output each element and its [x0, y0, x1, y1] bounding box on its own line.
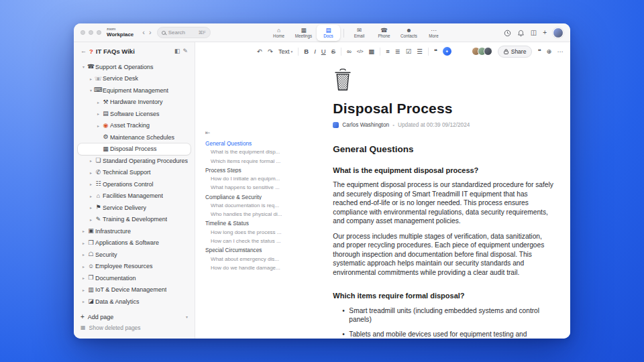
- insert-table-icon[interactable]: ▦: [368, 48, 374, 55]
- outline-item-how-do-we-handle-damage[interactable]: How do we handle damage...: [205, 265, 282, 271]
- bold-icon[interactable]: B: [304, 48, 309, 55]
- chevron-right-icon[interactable]: ▸: [80, 252, 87, 257]
- chevron-right-icon[interactable]: ▸: [80, 264, 87, 269]
- chevron-right-icon[interactable]: ▸: [88, 170, 94, 175]
- bulleted-list-icon[interactable]: ≡: [386, 48, 390, 55]
- chevron-down-icon[interactable]: ▾: [80, 64, 87, 69]
- share-button[interactable]: Share: [498, 46, 533, 58]
- outline-section-special-circumstances[interactable]: Special Circumstances: [205, 247, 282, 253]
- outline-section-process-steps[interactable]: Process Steps: [205, 168, 282, 173]
- sidebar-page-operations-control[interactable]: ▸☷Operations Control: [78, 178, 191, 190]
- tab-more[interactable]: ⋯More: [422, 25, 445, 41]
- back-button[interactable]: ‹: [142, 29, 145, 36]
- outline-item-how-do-i-initiate-an-equipm[interactable]: How do I initiate an equipm...: [205, 176, 282, 182]
- sidebar-page-documentation[interactable]: ▸❐Documentation: [78, 272, 191, 284]
- sidebar-page-standard-operating-procedures[interactable]: ▸❏Standard Operating Procedures: [78, 155, 191, 167]
- outline-section-timeline-status[interactable]: Timeline & Status: [205, 221, 282, 226]
- chevron-right-icon[interactable]: ▸: [95, 111, 101, 116]
- outline-item-what-is-the-equipment-disp[interactable]: What is the equipment disp...: [205, 149, 282, 155]
- sidebar-page-service-delivery[interactable]: ▸⚑Service Delivery: [78, 202, 191, 214]
- tab-email[interactable]: ✉Email: [347, 25, 371, 41]
- tab-home[interactable]: ⌂Home: [267, 25, 290, 41]
- collaborator-avatar[interactable]: [484, 47, 492, 56]
- sidebar-page-equipment-management[interactable]: ▾⌨Equipment Management: [78, 84, 191, 97]
- sidebar-page-employee-resources[interactable]: ▸☺Employee Resources: [78, 261, 191, 273]
- undo-icon[interactable]: ↶: [257, 48, 262, 55]
- chevron-right-icon[interactable]: ▸: [88, 217, 94, 222]
- collapse-sidebar-icon[interactable]: ◧: [174, 48, 180, 54]
- outline-item-what-about-emergency-dis[interactable]: What about emergency dis...: [205, 257, 282, 262]
- add-page-button[interactable]: + Add page ▾: [80, 311, 188, 322]
- sidebar-page-technical-support[interactable]: ▸✆Technical Support: [78, 167, 191, 179]
- sidebar-page-asset-tracking[interactable]: ▸◉Asset Tracking: [78, 120, 191, 132]
- back-arrow-icon[interactable]: ←: [80, 48, 87, 54]
- chevron-right-icon[interactable]: ▸: [95, 100, 101, 105]
- chevron-right-icon[interactable]: ▸: [80, 299, 87, 304]
- chevron-right-icon[interactable]: ▸: [88, 182, 94, 186]
- show-deleted-pages-button[interactable]: ▦ Show deleted pages: [80, 322, 188, 333]
- outline-section-general-questions[interactable]: General Questions: [205, 141, 282, 146]
- maximize-window-button[interactable]: [97, 30, 101, 35]
- italic-icon[interactable]: I: [314, 48, 316, 55]
- sidebar-page-data-analytics[interactable]: ▸◪Data & Analytics: [78, 296, 191, 308]
- plus-icon[interactable]: +: [543, 29, 547, 36]
- more-options-icon[interactable]: ⋯: [557, 48, 564, 55]
- sidebar-page-iot-device-management[interactable]: ▸▥IoT & Device Management: [78, 284, 191, 296]
- close-window-button[interactable]: [80, 30, 85, 35]
- outline-item-how-long-does-the-process[interactable]: How long does the process ...: [205, 230, 282, 235]
- bell-icon[interactable]: [517, 29, 525, 37]
- sidebar-page-disposal-process[interactable]: ▦Disposal Process: [78, 143, 191, 156]
- chevron-right-icon[interactable]: ▸: [95, 123, 101, 128]
- sidebar-page-service-desk[interactable]: ▸☏Service Desk: [78, 73, 191, 85]
- chevron-right-icon[interactable]: ▸: [88, 158, 94, 163]
- comment-icon[interactable]: ❝: [434, 48, 437, 55]
- sidebar-page-facilities-management[interactable]: ▸⌂Facilities Management: [78, 190, 191, 202]
- sidebar-page-support-operations[interactable]: ▾☎Support & Operations: [78, 61, 191, 73]
- code-icon[interactable]: </>: [357, 49, 363, 54]
- sidebar-page-training-development[interactable]: ▸✎Training & Development: [78, 214, 191, 226]
- tab-phone[interactable]: ☎Phone: [372, 25, 396, 41]
- outline-item-what-documentation-is-req[interactable]: What documentation is req...: [205, 203, 282, 208]
- chevron-right-icon[interactable]: ▸: [80, 241, 87, 245]
- document-content[interactable]: Disposal Process Carlos Washington • Upd…: [283, 60, 570, 339]
- align-icon[interactable]: ☰: [417, 48, 423, 55]
- ai-companion-button[interactable]: ✦: [443, 47, 451, 56]
- sidebar-page-infrastructure[interactable]: ▸▣Infrastructure: [78, 225, 191, 237]
- underline-icon[interactable]: U: [321, 48, 326, 55]
- user-avatar[interactable]: [553, 27, 564, 38]
- minimize-window-button[interactable]: [89, 30, 93, 35]
- comments-icon[interactable]: ❝: [537, 48, 541, 55]
- tab-meetings[interactable]: ▦Meetings: [292, 25, 315, 41]
- sidebar-page-security[interactable]: ▸☖Security: [78, 249, 191, 261]
- panel-toggle-icon[interactable]: ◫: [531, 29, 537, 36]
- chevron-right-icon[interactable]: ▸: [80, 229, 87, 233]
- forward-button[interactable]: ›: [149, 29, 152, 36]
- numbered-list-icon[interactable]: ≣: [395, 48, 400, 55]
- chevron-down-icon[interactable]: ▾: [88, 88, 94, 93]
- chevron-right-icon[interactable]: ▸: [88, 205, 94, 210]
- search-input[interactable]: Search ⌘F: [157, 27, 211, 38]
- sidebar-page-maintenance-schedules[interactable]: ⚙Maintenance Schedules: [78, 131, 191, 143]
- chevron-right-icon[interactable]: ▸: [88, 194, 94, 198]
- sidebar-page-applications-software[interactable]: ▸❒Applications & Software: [78, 237, 191, 249]
- outline-item-what-happens-to-sensitive[interactable]: What happens to sensitive ...: [205, 185, 282, 190]
- tab-docs[interactable]: ▤Docs: [317, 25, 340, 41]
- redo-icon[interactable]: ↷: [268, 48, 273, 55]
- chevron-right-icon[interactable]: ▸: [80, 288, 87, 292]
- link-icon[interactable]: ∞: [347, 48, 352, 55]
- sidebar-page-software-licenses[interactable]: ▸▤Software Licenses: [78, 108, 191, 120]
- outline-item-who-handles-the-physical-di[interactable]: Who handles the physical di...: [205, 212, 282, 217]
- collapse-outline-icon[interactable]: ⇤: [205, 130, 282, 136]
- chevron-down-icon[interactable]: ▾: [186, 314, 188, 319]
- outline-item-which-items-require-formal[interactable]: Which items require formal ...: [205, 159, 282, 164]
- chevron-right-icon[interactable]: ▸: [88, 76, 94, 81]
- outline-item-how-can-i-check-the-status[interactable]: How can I check the status ...: [205, 239, 282, 244]
- tab-contacts[interactable]: ☻Contacts: [397, 25, 421, 41]
- chevron-right-icon[interactable]: ▸: [80, 276, 87, 280]
- text-style-select[interactable]: Text▾: [278, 48, 292, 55]
- globe-icon[interactable]: ⊕: [547, 48, 552, 55]
- outline-section-compliance-security[interactable]: Compliance & Security: [205, 194, 282, 200]
- strikethrough-icon[interactable]: S: [331, 48, 335, 55]
- history-icon[interactable]: [504, 29, 511, 37]
- checklist-icon[interactable]: ☑: [406, 48, 412, 55]
